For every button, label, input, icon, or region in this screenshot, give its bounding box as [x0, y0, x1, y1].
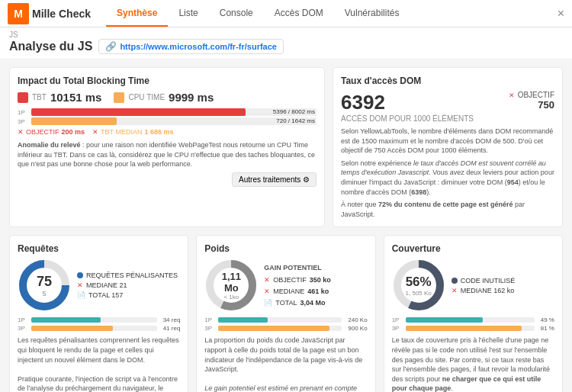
tbt-bar1-label: 1P: [18, 109, 28, 116]
dom-header-row: 6392 ACCÈS DOM POUR 1000 ÉLÉMENTS ✕ OBJE…: [341, 91, 554, 123]
other-treatments-button[interactable]: Autres traitements ⚙: [232, 172, 317, 187]
tab-acces-dom[interactable]: Accès DOM: [264, 0, 334, 27]
poids-bar-3p: 3P 900 Ko: [204, 325, 367, 332]
tbt-value: 10151 ms: [50, 91, 102, 104]
couverture-chart-area: 56% 1, 505 Ko CODE INUTILISÉ ✕ MEDIANE 1…: [392, 259, 554, 312]
poids-file-icon: 📄: [264, 299, 272, 307]
tbt-targets: ✕ OBJECTIF 200 ms ✕ TBT MEDIAN 1 686 ms: [18, 128, 317, 136]
median-x-icon: ✕: [92, 128, 98, 136]
target-x-icon: ✕: [18, 128, 24, 136]
req-bar1-track: [31, 317, 157, 323]
poids-obj-val-2: 461 ko: [307, 288, 329, 295]
tbt-bar-1p: 1P 5396 / 8002 ms: [18, 108, 317, 116]
req-bar2-fill: [31, 326, 113, 331]
couv-bar1-fill: [406, 317, 483, 323]
poids-donut-center: 1,11 Mo < 1ko: [218, 271, 245, 300]
dom-count-label: ACCÈS DOM POUR 1000 ÉLÉMENTS: [341, 114, 474, 123]
poids-bar1-text: 240 Ko: [348, 316, 367, 323]
poids-donut: 1,11 Mo < 1ko: [204, 259, 258, 312]
poids-bar2-text: 900 Ko: [348, 325, 367, 332]
poids-gain-label: GAIN POTENTIEL: [264, 264, 331, 272]
tbt-metric: TBT 10151 ms: [18, 91, 101, 104]
requetes-desc: Les requêtes pénalisantes comprennent le…: [18, 336, 180, 392]
couverture-x-icon: ✕: [451, 287, 458, 294]
req-bar1-label: 1P: [18, 316, 28, 323]
poids-bar2-track: [218, 326, 342, 331]
couv-bar2-track: [406, 326, 535, 331]
tab-vulnerabilites[interactable]: Vulnérabilités: [334, 0, 410, 27]
couv-bar1-label: 1P: [392, 316, 403, 323]
tbt-bar1-text: 5396 / 8002 ms: [273, 108, 315, 115]
couv-bar-1p: 1P 49 %: [392, 316, 554, 323]
logo: M Mille Check: [8, 3, 91, 24]
tbt-bar2-fill: [31, 117, 117, 125]
poids-center-val: 1,11 Mo: [218, 271, 245, 294]
couverture-donut-center: 56% 1, 505 Ko: [406, 275, 432, 297]
poids-obj-label-3: TOTAL: [275, 299, 297, 307]
poids-obj-val-1: 350 ko: [310, 276, 331, 284]
couv-bar1-track: [406, 317, 535, 323]
requetes-file-icon: 📄: [77, 291, 85, 299]
tbt-bar-3p: 3P 720 / 1642 ms: [18, 117, 317, 125]
couv-bar2-fill: [406, 326, 522, 331]
header: M Mille Check Synthèse Liste Console Acc…: [0, 0, 572, 27]
dom-obj-icon: ✕: [509, 92, 515, 99]
link-icon: 🔗: [105, 41, 117, 52]
poids-card: Poids 1,11 Mo < 1ko GAIN POTENTIEL ✕: [196, 235, 375, 392]
poids-bar2-fill: [218, 326, 329, 331]
poids-obj-label-1: OBJECTIF: [273, 276, 307, 284]
dom-objective-area: ✕ OBJECTIF 750: [509, 91, 554, 111]
cpu-label: CPU TIME: [128, 93, 165, 101]
couverture-legend-2: ✕ MEDIANE 162 ko: [451, 287, 516, 294]
couv-bar2-text: 81 %: [541, 325, 554, 332]
tbt-bar2-label: 3P: [18, 118, 28, 125]
tbt-title: Impact du Total Blocking Time: [18, 76, 317, 86]
poids-title: Poids: [204, 243, 367, 254]
req-bar-1p: 1P 34 req: [18, 316, 180, 323]
tab-console[interactable]: Console: [209, 0, 264, 27]
couverture-donut: 56% 1, 505 Ko: [392, 259, 445, 312]
requetes-dot-1: [77, 272, 83, 278]
req-bar1-fill: [31, 317, 101, 323]
couv-bar2-label: 3P: [392, 325, 403, 332]
requetes-legend-label-1: REQUÊTES PÉNALISANTES: [86, 272, 178, 279]
nav-tabs: Synthèse Liste Console Accès DOM Vulnéra…: [106, 0, 410, 27]
poids-objectives: GAIN POTENTIEL ✕ OBJECTIF 350 ko ✕ MEDIA…: [264, 264, 331, 307]
requetes-center-sub: 5: [37, 290, 52, 297]
dom-desc3: À noter que 72% du contenu de cette page…: [341, 200, 554, 219]
tbt-metrics: TBT 10151 ms CPU TIME 9999 ms: [18, 91, 317, 104]
tbt-target: ✕ OBJECTIF 200 ms: [18, 128, 85, 136]
requetes-legend-label-2: MEDIANE 21: [86, 281, 127, 289]
requetes-donut: 75 5: [18, 259, 71, 312]
tbt-bar1-fill: [31, 108, 246, 116]
poids-x2: ✕: [264, 288, 270, 295]
req-bar2-text: 41 req: [163, 325, 181, 332]
poids-chart-area: 1,11 Mo < 1ko GAIN POTENTIEL ✕ OBJECTIF …: [204, 259, 367, 312]
poids-bar1-label: 1P: [204, 316, 215, 323]
req-bar1-text: 34 req: [163, 316, 181, 323]
logo-text: Mille Check: [32, 8, 91, 20]
url-badge[interactable]: 🔗 https://www.microsoft.com/fr-fr/surfac…: [98, 39, 284, 54]
couverture-dot-1: [451, 278, 458, 284]
cpu-color-indicator: [114, 92, 124, 103]
tbt-bar2-text: 720 / 1642 ms: [276, 117, 315, 124]
page-title: Analyse du JS 🔗 https://www.microsoft.co…: [9, 39, 563, 54]
poids-x1: ✕: [264, 276, 270, 284]
tab-liste[interactable]: Liste: [168, 0, 208, 27]
requetes-donut-center: 75 5: [37, 274, 52, 297]
couverture-legend-label-1: CODE INUTILISÉ: [461, 277, 516, 284]
requetes-legend-label-3: TOTAL 157: [88, 291, 123, 299]
poids-obj-3: 📄 TOTAL 3,04 Mo: [264, 299, 331, 307]
poids-bars: 1P 240 Ko 3P 900 Ko: [204, 316, 367, 332]
dom-title: Taux d'accès DOM: [341, 76, 554, 86]
requetes-chart-area: 75 5 REQUÊTES PÉNALISANTES ✕ MEDIANE 21 …: [18, 259, 180, 312]
close-button[interactable]: ×: [558, 7, 564, 21]
couverture-legend: CODE INUTILISÉ ✕ MEDIANE 162 ko: [451, 277, 516, 294]
poids-bar2-label: 3P: [204, 325, 215, 332]
couverture-legend-label-2: MEDIANE 162 ko: [461, 287, 515, 294]
breadcrumb: JS: [9, 31, 563, 39]
dom-objective-value: 750: [509, 99, 554, 111]
tab-synthese[interactable]: Synthèse: [106, 0, 168, 27]
tbt-bar2-track: 720 / 1642 ms: [31, 117, 317, 125]
poids-bar1-fill: [218, 317, 268, 323]
